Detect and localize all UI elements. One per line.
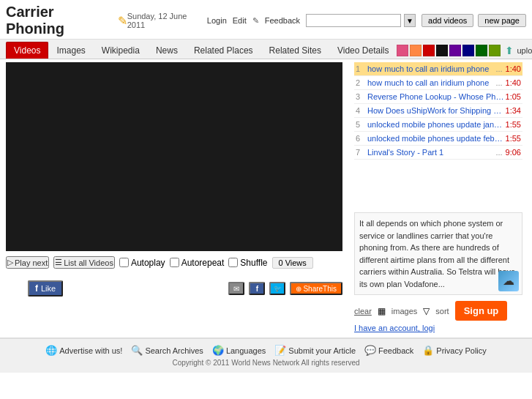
video-player[interactable] — [6, 62, 342, 251]
color-swatch-6[interactable] — [476, 45, 487, 56]
submit-label: Submit your Article — [288, 346, 356, 355]
advertise-icon: 🌐 — [45, 345, 57, 356]
video-item-1[interactable]: 1 how much to call an iridium phone ... … — [354, 62, 522, 76]
footer: 🌐 Advertise with us! 🔍 Search Archives 🌍… — [0, 338, 532, 373]
sort-icon: ▽ — [423, 306, 430, 316]
views-badge: 0 Views — [272, 257, 313, 269]
play-next-icon: ▷ — [7, 258, 13, 267]
header-right: Sunday, 12 June 2011 Login Edit ✎ Feedba… — [127, 12, 526, 29]
edit-pencil-icon[interactable]: ✎ — [118, 14, 127, 28]
color-swatch-0[interactable] — [397, 45, 408, 56]
search-bar: ▼ — [306, 14, 416, 27]
new-page-button[interactable]: new page — [478, 14, 526, 27]
tab-video-details[interactable]: Video Details — [329, 42, 397, 59]
search-archives-icon: 🔍 — [131, 345, 143, 356]
privacy-icon: 🔒 — [422, 345, 434, 356]
sort-link[interactable]: sort — [435, 307, 449, 316]
fb-like-button[interactable]: f Like — [28, 280, 63, 297]
feedback-link[interactable]: Feedback — [265, 16, 300, 26]
list-icon: ☰ — [55, 258, 62, 267]
color-swatch-2[interactable] — [423, 45, 435, 56]
autorepeat-checkbox[interactable] — [170, 258, 179, 267]
cloud-icon: ☁ — [498, 271, 519, 291]
add-videos-button[interactable]: add videos — [422, 14, 473, 27]
fb-like-area: f Like — [28, 280, 63, 297]
date-display: Sunday, 12 June 2011 — [127, 12, 201, 29]
right-col: 1 how much to call an iridium phone ... … — [354, 62, 526, 335]
tab-related-sites[interactable]: Related Sites — [261, 42, 329, 59]
share-email-button[interactable]: ✉ — [228, 282, 244, 295]
images-link[interactable]: images — [391, 307, 417, 316]
main-content: ▷ Play next ☰ List all Videos Autoplay A… — [0, 59, 532, 338]
copyright-text: Copyright © 2011 World News Network All … — [3, 359, 529, 367]
footer-privacy-link[interactable]: 🔒 Privacy Policy — [422, 345, 486, 356]
tab-videos[interactable]: Videos — [6, 42, 48, 59]
spacer — [354, 163, 526, 206]
player-controls: ▷ Play next ☰ List all Videos Autoplay A… — [6, 256, 348, 269]
login-link[interactable]: Login — [207, 16, 227, 26]
fb-icon: f — [35, 283, 38, 294]
color-swatch-7[interactable] — [489, 45, 501, 56]
upload-icon: ⬆ — [505, 45, 514, 56]
search-input[interactable] — [306, 14, 401, 27]
color-palette — [397, 45, 501, 56]
like-row: f Like ✉ f 🐦 ⊕ ShareThis — [6, 277, 342, 299]
footer-advertise-link[interactable]: 🌐 Advertise with us! — [45, 345, 122, 356]
tab-related-places[interactable]: Related Places — [186, 42, 261, 59]
video-item-4[interactable]: 4 How Does uShipWork for Shipping Win.. … — [354, 104, 522, 118]
video-item-7[interactable]: 7 Linval's Story - Part 1 ... 9:06 — [354, 146, 522, 160]
video-list: 1 how much to call an iridium phone ... … — [354, 62, 522, 160]
description-text: It all depends on which phone system or … — [359, 219, 515, 288]
upload-label[interactable]: upload — [517, 46, 532, 55]
color-swatch-4[interactable] — [449, 45, 461, 56]
video-item-6[interactable]: 6 unlocked mobile phones update februa..… — [354, 132, 522, 146]
color-swatch-5[interactable] — [462, 45, 474, 56]
list-all-videos-button[interactable]: ☰ List all Videos — [53, 256, 115, 269]
footer-feedback-link[interactable]: 💬 Feedback — [364, 345, 413, 356]
header-links: Login Edit ✎ Feedback — [207, 16, 300, 26]
footer-submit-link[interactable]: 📝 Submit your Article — [274, 345, 356, 356]
shuffle-checkbox[interactable] — [228, 258, 238, 267]
footer-search-link[interactable]: 🔍 Search Archives — [131, 345, 203, 356]
share-row: ✉ f 🐦 ⊕ ShareThis — [228, 282, 342, 295]
login-account-link[interactable]: I have an account, logi — [354, 324, 526, 332]
share-this-button[interactable]: ⊕ ShareThis — [290, 282, 342, 295]
tab-news[interactable]: News — [148, 42, 186, 59]
signup-button[interactable]: Sign up — [455, 301, 508, 321]
video-item-5[interactable]: 5 unlocked mobile phones update januar..… — [354, 118, 522, 132]
submit-icon: 📝 — [274, 345, 286, 356]
shuffle-label[interactable]: Shuffle — [228, 258, 267, 268]
autoplay-label[interactable]: Autoplay — [119, 258, 165, 268]
tab-wikipedia[interactable]: Wikipedia — [94, 42, 148, 59]
tab-images[interactable]: Images — [48, 42, 93, 59]
footer-languages-link[interactable]: 🌍 Languages — [212, 345, 266, 356]
page-title: Carrier Phoning — [6, 4, 115, 37]
video-item-3[interactable]: 3 Reverse Phone Lookup - Whose Phone.. 1… — [354, 90, 522, 104]
languages-icon: 🌍 — [212, 345, 224, 356]
header: Carrier Phoning ✎ Sunday, 12 June 2011 L… — [0, 0, 532, 40]
play-next-button[interactable]: ▷ Play next — [6, 256, 49, 269]
share-facebook-button[interactable]: f — [249, 282, 265, 295]
images-icon: ▦ — [378, 306, 386, 316]
header-actions: add videos new page — [422, 14, 526, 27]
description-box: It all depends on which phone system or … — [354, 212, 522, 295]
search-archives-label: Search Archives — [145, 346, 203, 355]
clear-link[interactable]: clear — [354, 307, 372, 316]
feedback-footer-label: Feedback — [378, 346, 413, 355]
upload-area: ⬆ upload ◀◀ ▐▐ ▶ ▶▶ — [505, 45, 532, 56]
share-twitter-button[interactable]: 🐦 — [269, 282, 285, 295]
title-area: Carrier Phoning ✎ — [6, 4, 127, 37]
share-this-icon: ⊕ — [296, 285, 301, 293]
search-dropdown-btn[interactable]: ▼ — [404, 14, 416, 27]
video-item-2[interactable]: 2 how much to call an iridium phone ... … — [354, 76, 522, 90]
footer-links: 🌐 Advertise with us! 🔍 Search Archives 🌍… — [3, 345, 529, 356]
left-col: ▷ Play next ☰ List all Videos Autoplay A… — [6, 62, 348, 335]
nav-tabs: Videos Images Wikipedia News Related Pla… — [0, 40, 532, 59]
color-swatch-3[interactable] — [436, 45, 448, 56]
autorepeat-label[interactable]: Autorepeat — [170, 258, 225, 268]
autoplay-checkbox[interactable] — [119, 258, 129, 267]
signup-actions: clear ▦ images ▽ sort Sign up — [354, 301, 526, 321]
edit-link[interactable]: Edit — [233, 16, 247, 26]
color-swatch-1[interactable] — [410, 45, 422, 56]
languages-label: Languages — [226, 346, 266, 355]
